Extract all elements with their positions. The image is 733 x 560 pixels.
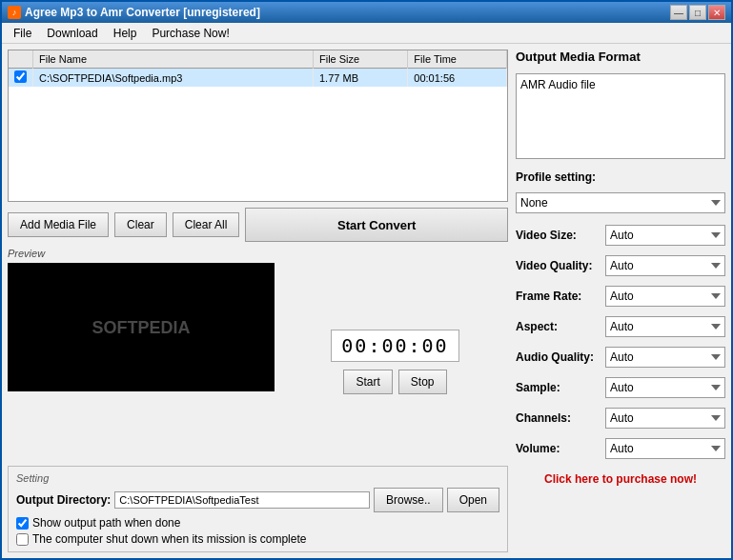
col-header-filesize: File Size bbox=[314, 50, 408, 69]
setting-label: Setting bbox=[16, 472, 499, 484]
action-button-row: Add Media File Clear Clear All Start Con… bbox=[8, 208, 508, 242]
time-display: 00:00:00 bbox=[331, 330, 458, 362]
left-panel: File Name File Size File Time C:\SOFTPED… bbox=[8, 50, 508, 552]
aspect-label: Aspect: bbox=[516, 320, 601, 333]
video-quality-label: Video Quality: bbox=[516, 259, 601, 272]
sample-select[interactable]: Auto bbox=[605, 377, 725, 398]
row-filetime: 00:01:56 bbox=[408, 69, 507, 88]
frame-rate-row: Frame Rate: Auto bbox=[516, 286, 725, 307]
output-dir-row: Output Directory: Browse.. Open bbox=[16, 488, 499, 512]
main-window: ♪ Agree Mp3 to Amr Converter [unregister… bbox=[0, 0, 733, 560]
title-bar-left: ♪ Agree Mp3 to Amr Converter [unregister… bbox=[8, 6, 260, 19]
frame-rate-select[interactable]: Auto bbox=[605, 286, 725, 307]
audio-quality-select[interactable]: Auto bbox=[605, 347, 725, 368]
start-button[interactable]: Start bbox=[343, 370, 392, 394]
file-table-container: File Name File Size File Time C:\SOFTPED… bbox=[8, 50, 508, 202]
output-format-value: AMR Audio file bbox=[520, 78, 596, 91]
aspect-row: Aspect: Auto bbox=[516, 316, 725, 337]
output-dir-label: Output Directory: bbox=[16, 493, 111, 507]
shutdown-checkbox[interactable] bbox=[16, 533, 29, 546]
audio-quality-row: Audio Quality: Auto bbox=[516, 347, 725, 368]
frame-rate-label: Frame Rate: bbox=[516, 290, 601, 303]
volume-label: Volume: bbox=[516, 442, 601, 455]
title-bar: ♪ Agree Mp3 to Amr Converter [unregister… bbox=[2, 2, 731, 23]
profile-select[interactable]: None bbox=[516, 192, 725, 213]
output-format-title: Output Media Format bbox=[516, 50, 725, 64]
minimize-button[interactable]: — bbox=[670, 5, 687, 20]
menu-purchase[interactable]: Purchase Now! bbox=[144, 25, 236, 42]
profile-setting-label: Profile setting: bbox=[516, 170, 725, 184]
shutdown-label: The computer shut down when its mission … bbox=[32, 532, 306, 546]
start-convert-button[interactable]: Start Convert bbox=[245, 208, 508, 242]
col-header-check bbox=[9, 50, 33, 69]
window-title: Agree Mp3 to Amr Converter [unregistered… bbox=[25, 6, 260, 19]
video-size-label: Video Size: bbox=[516, 229, 601, 242]
preview-section: Preview SOFTPEDIA 00:00:00 Start Stop bbox=[8, 248, 508, 460]
stop-button[interactable]: Stop bbox=[398, 370, 447, 394]
preview-controls: 00:00:00 Start Stop bbox=[282, 263, 508, 460]
aspect-select[interactable]: Auto bbox=[605, 316, 725, 337]
file-table: File Name File Size File Time C:\SOFTPED… bbox=[9, 50, 507, 87]
show-output-path-label: Show output path when done bbox=[32, 516, 180, 530]
preview-video-container: SOFTPEDIA bbox=[8, 263, 275, 391]
row-filesize: 1.77 MB bbox=[314, 69, 408, 88]
video-quality-row: Video Quality: Auto bbox=[516, 255, 725, 276]
menu-bar: File Download Help Purchase Now! bbox=[2, 23, 731, 44]
show-output-path-row: Show output path when done bbox=[16, 516, 499, 530]
output-format-box: AMR Audio file bbox=[516, 73, 725, 159]
clear-button[interactable]: Clear bbox=[114, 212, 167, 237]
clear-all-button[interactable]: Clear All bbox=[173, 212, 240, 237]
channels-select[interactable]: Auto bbox=[605, 408, 725, 429]
row-checkbox-cell bbox=[9, 69, 33, 88]
channels-label: Channels: bbox=[516, 411, 601, 425]
main-content: File Name File Size File Time C:\SOFTPED… bbox=[2, 44, 731, 558]
menu-download[interactable]: Download bbox=[39, 25, 105, 42]
purchase-link[interactable]: Click here to purchase now! bbox=[516, 472, 725, 486]
video-size-row: Video Size: Auto bbox=[516, 225, 725, 246]
volume-row: Volume: Auto bbox=[516, 438, 725, 459]
app-icon: ♪ bbox=[8, 6, 21, 19]
video-quality-select[interactable]: Auto bbox=[605, 255, 725, 276]
channels-row: Channels: Auto bbox=[516, 408, 725, 429]
col-header-filename: File Name bbox=[33, 50, 314, 69]
preview-label: Preview bbox=[8, 248, 508, 259]
show-output-path-checkbox[interactable] bbox=[16, 517, 29, 530]
output-dir-input[interactable] bbox=[114, 491, 370, 509]
table-header-row: File Name File Size File Time bbox=[9, 50, 507, 69]
audio-quality-label: Audio Quality: bbox=[516, 350, 601, 364]
setting-section: Setting Output Directory: Browse.. Open … bbox=[8, 466, 508, 552]
browse-button[interactable]: Browse.. bbox=[374, 488, 443, 512]
preview-video bbox=[8, 263, 275, 391]
title-controls: — □ ✕ bbox=[670, 5, 725, 20]
menu-help[interactable]: Help bbox=[106, 25, 145, 42]
menu-file[interactable]: File bbox=[6, 25, 39, 42]
right-panel: Output Media Format AMR Audio file Profi… bbox=[516, 50, 725, 552]
col-header-filetime: File Time bbox=[408, 50, 507, 69]
shutdown-row: The computer shut down when its mission … bbox=[16, 532, 499, 546]
volume-select[interactable]: Auto bbox=[605, 438, 725, 459]
play-btn-row: Start Stop bbox=[343, 370, 446, 394]
sample-label: Sample: bbox=[516, 381, 601, 394]
row-checkbox[interactable] bbox=[14, 70, 27, 83]
open-button[interactable]: Open bbox=[447, 488, 499, 512]
sample-row: Sample: Auto bbox=[516, 377, 725, 398]
row-filename: C:\SOFTPEDIA\Softpedia.mp3 bbox=[33, 69, 314, 88]
video-size-select[interactable]: Auto bbox=[605, 225, 725, 246]
close-button[interactable]: ✕ bbox=[708, 5, 725, 20]
preview-area: SOFTPEDIA 00:00:00 Start Stop bbox=[8, 263, 508, 460]
table-row[interactable]: C:\SOFTPEDIA\Softpedia.mp3 1.77 MB 00:01… bbox=[9, 69, 507, 88]
add-media-file-button[interactable]: Add Media File bbox=[8, 212, 109, 237]
maximize-button[interactable]: □ bbox=[689, 5, 706, 20]
